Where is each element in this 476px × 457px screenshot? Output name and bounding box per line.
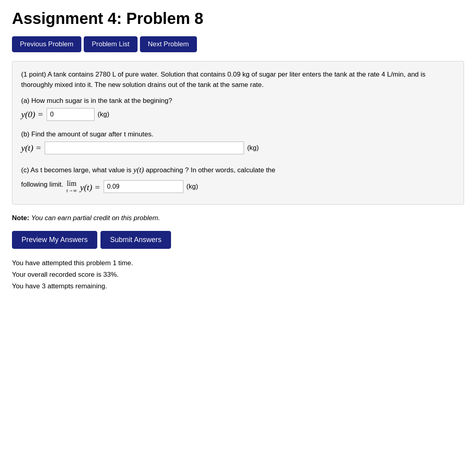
part-b-math-label: y(t) = [21, 143, 41, 153]
part-a-math-label: y(0) = [21, 109, 43, 120]
note-section: Note: You can earn partial credit on thi… [12, 214, 464, 222]
part-c-text: (c) As t becomes large, what value is y(… [21, 164, 455, 175]
part-c-unit: (kg) [187, 183, 198, 191]
lim-sub: t→∞ [67, 188, 77, 193]
status-line-1: You have attempted this problem 1 time. [12, 258, 464, 269]
status-section: You have attempted this problem 1 time. … [12, 258, 464, 292]
note-bold: Note: [12, 214, 29, 222]
problem-intro: (1 point) A tank contains 2780 L of pure… [21, 69, 455, 91]
lim-func: y(t) = [80, 182, 100, 193]
problem-list-button[interactable]: Problem List [84, 36, 137, 52]
part-b-input[interactable] [45, 142, 244, 154]
next-problem-button[interactable]: Next Problem [140, 36, 197, 52]
part-a-unit: (kg) [98, 110, 109, 118]
note-italic: You can earn partial credit on this prob… [31, 214, 160, 222]
part-a-label: (a) How much sugar is in the tank at the… [21, 97, 455, 105]
status-line-2: Your overall recorded score is 33%. [12, 269, 464, 281]
preview-answers-button[interactable]: Preview My Answers [12, 231, 97, 249]
submit-answers-button[interactable]: Submit Answers [100, 231, 171, 249]
part-b-label: (b) Find the amount of sugar after t min… [21, 130, 455, 138]
part-a-input[interactable] [47, 108, 94, 121]
part-c-func-inline: y(t) [134, 165, 144, 174]
action-buttons: Preview My Answers Submit Answers [12, 231, 464, 249]
problem-box: (1 point) A tank contains 2780 L of pure… [12, 61, 464, 205]
part-b-unit: (kg) [247, 144, 259, 152]
nav-buttons: Previous Problem Problem List Next Probl… [12, 36, 464, 52]
lim-word: lim [67, 180, 77, 188]
part-a-row: y(0) = (kg) [21, 108, 455, 121]
previous-problem-button[interactable]: Previous Problem [12, 36, 81, 52]
status-line-3: You have 3 attempts remaining. [12, 281, 464, 292]
part-c-input[interactable] [104, 180, 183, 193]
limit-expression: lim t→∞ y(t) = [67, 180, 100, 193]
part-b-row: y(t) = (kg) [21, 142, 455, 154]
part-c-following-text: following limit. [21, 179, 63, 190]
part-c-row: following limit. lim t→∞ y(t) = (kg) [21, 179, 455, 194]
page-title: Assignment 4: Problem 8 [12, 10, 464, 28]
